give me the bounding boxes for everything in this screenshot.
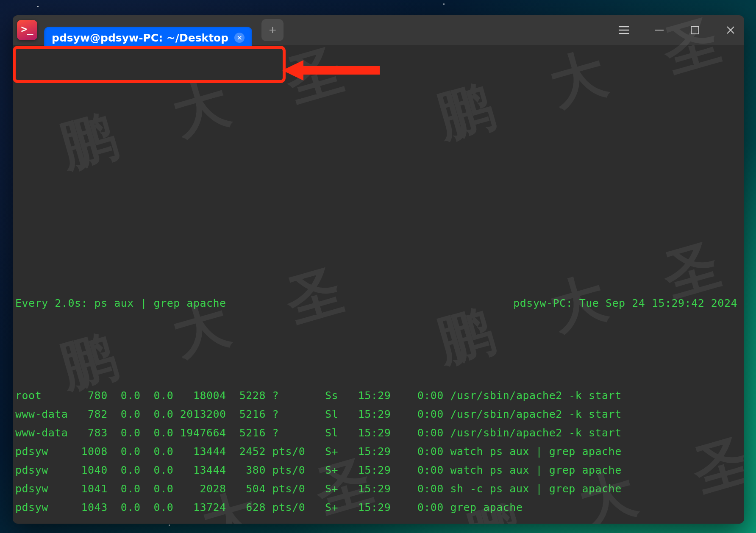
minimize-button[interactable] [650,21,669,39]
watch-host-time: pdsyw-PC: Tue Sep 24 15:29:42 2024 [513,294,737,313]
tab-title: pdsyw@pdsyw-PC: ~/Desktop [52,32,228,44]
process-row: root 780 0.0 0.0 18004 5228 ? Ss 15:29 0… [15,386,742,405]
annotation-highlight-box [13,46,286,83]
terminal-app-icon: >_ [17,20,37,40]
watch-command-text: Every 2.0s: ps aux | grep apache [15,294,226,313]
process-row: pdsyw 1040 0.0 0.0 13444 380 pts/0 S+ 15… [15,461,742,480]
decorative-star [443,3,445,5]
process-row: www-data 782 0.0 0.0 2013200 5216 ? Sl 1… [15,405,742,424]
close-button[interactable] [721,21,740,39]
decorative-star [37,6,39,7]
terminal-window: >_ pdsyw@pdsyw-PC: ~/Desktop ✕ + [13,15,744,524]
process-row: pdsyw 1008 0.0 0.0 13444 2452 pts/0 S+ 1… [15,442,742,461]
terminal-output-area[interactable]: 鹏 大 圣 鹏 大 圣 鹏 大 圣 鹏 大 圣 鹏 大 圣 鹏 大 圣 Ever… [13,45,744,524]
tab-close-button[interactable]: ✕ [234,33,245,43]
watermark-text: 鹏 大 圣 [58,273,366,378]
svg-rect-4 [691,26,699,34]
process-row: www-data 783 0.0 0.0 1947664 5216 ? Sl 1… [15,424,742,442]
watch-header-row: Every 2.0s: ps aux | grep apache pdsyw-P… [15,294,742,313]
svg-marker-7 [282,60,380,81]
decorative-star [169,525,170,526]
window-titlebar[interactable]: >_ pdsyw@pdsyw-PC: ~/Desktop ✕ + [13,15,744,45]
process-row: pdsyw 1043 0.0 0.0 13724 628 pts/0 S+ 15… [15,498,742,517]
desktop-background: >_ pdsyw@pdsyw-PC: ~/Desktop ✕ + [0,0,756,533]
annotation-arrow-icon [282,58,384,83]
new-tab-button[interactable]: + [261,19,284,41]
window-controls [614,15,740,45]
terminal-icon-glyph: >_ [21,23,33,35]
process-row: pdsyw 1041 0.0 0.0 2028 504 pts/0 S+ 15:… [15,480,742,498]
process-list: root 780 0.0 0.0 18004 5228 ? Ss 15:29 0… [15,386,742,517]
hamburger-menu-icon[interactable] [614,21,633,39]
maximize-button[interactable] [686,21,704,39]
